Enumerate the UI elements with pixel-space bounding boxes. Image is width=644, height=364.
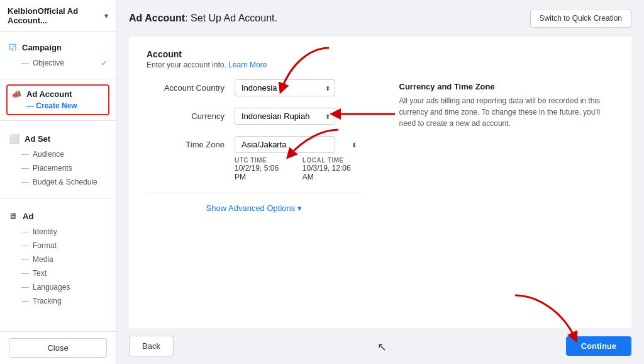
sidebar-section-campaign: ☑ Campaign — Objective ✓ — [0, 32, 116, 76]
sidebar-divider-1 — [0, 79, 116, 79]
right-panel-title: Currency and Time Zone — [399, 82, 614, 91]
sidebar-sub-create-new[interactable]: — Create New — [11, 100, 104, 111]
sidebar-sub-format[interactable]: — Format — [0, 239, 116, 253]
sidebar-sub-objective[interactable]: — Objective ✓ — [0, 56, 116, 70]
sidebar-divider-3 — [0, 198, 116, 198]
sidebar-footer: Close — [0, 331, 116, 364]
currency-select[interactable]: Indonesian Rupiah — [235, 108, 335, 125]
dash-icon: — — [21, 269, 29, 278]
sub-label: Format — [33, 241, 57, 250]
sidebar-sub-placements[interactable]: — Placements — [0, 161, 116, 175]
sidebar-section-adset: ⬜ Ad Set — Audience — Placements — Budge… — [0, 123, 116, 195]
sub-label: Media — [33, 255, 53, 264]
back-button[interactable]: Back — [129, 336, 174, 356]
sidebar-sub-audience[interactable]: — Audience — [0, 147, 116, 161]
utc-value: 10/2/19, 5:06 PM — [235, 164, 290, 181]
ad-account-main-row[interactable]: 📣 Ad Account — [11, 88, 104, 100]
currency-select-wrap: Indonesian Rupiah — [235, 108, 335, 125]
country-row: Account Country Indonesia — [147, 79, 362, 96]
sidebar-item-label-ad-account: Ad Account — [26, 89, 72, 99]
check-sub-icon: ✓ — [101, 59, 107, 67]
timezone-select[interactable]: Asia/Jakarta — [235, 136, 335, 153]
local-value: 10/3/19, 12:06 AM — [303, 164, 362, 181]
sidebar-divider-2 — [0, 120, 116, 121]
sub-label: Tracking — [33, 297, 62, 305]
sub-label: Placements — [33, 164, 72, 173]
main-content: Ad Account: Set Up Ad Account. Switch to… — [116, 0, 644, 364]
show-advanced-label: Show Advanced Options — [206, 203, 296, 213]
check-icon: ☑ — [9, 42, 17, 52]
dash-icon: — — [21, 297, 29, 305]
country-control: Indonesia — [235, 79, 335, 96]
arrow-continue — [512, 292, 581, 343]
dash-icon: — — [21, 241, 29, 250]
sidebar-item-ad[interactable]: 🖥 Ad — [0, 207, 116, 225]
dash-icon: — — [21, 150, 29, 159]
chevron-down-icon: ▾ — [104, 12, 108, 20]
create-new-label: Create New — [36, 101, 77, 110]
sidebar-sub-identity[interactable]: — Identity — [0, 225, 116, 239]
section-title: Account — [147, 49, 614, 59]
sub-label: Objective — [33, 59, 64, 67]
dash-icon: — — [21, 178, 29, 186]
sub-label: Languages — [33, 283, 70, 292]
sidebar-sub-languages[interactable]: — Languages — [0, 280, 116, 294]
dash-icon: — — [21, 283, 29, 292]
main-card: Account Enter your account info. Learn M… — [129, 37, 631, 328]
adset-icon: ⬜ — [9, 134, 19, 144]
utc-label: UTC TIME — [235, 157, 290, 164]
sidebar-sub-text[interactable]: — Text — [0, 266, 116, 280]
dash-icon: — — [21, 164, 29, 173]
utc-time-block: UTC TIME 10/2/19, 5:06 PM — [235, 157, 290, 181]
form-content-area: Account Country Indonesia — [147, 79, 614, 213]
close-button[interactable]: Close — [9, 338, 107, 358]
sub-label: Identity — [33, 227, 57, 236]
right-info-panel: Currency and Time Zone All your ads bill… — [399, 79, 614, 213]
sidebar-item-label-adset: Ad Set — [25, 134, 50, 144]
sidebar-section-ad: 🖥 Ad — Identity — Format — Media — Text … — [0, 201, 116, 314]
account-selector[interactable]: KelbionOfficial Ad Account... ▾ — [0, 0, 116, 32]
currency-row: Currency Indonesian Rupiah — [147, 108, 362, 125]
dash-icon: — — [21, 255, 29, 264]
main-header: Ad Account: Set Up Ad Account. Switch to… — [116, 0, 644, 37]
sidebar-item-campaign[interactable]: ☑ Campaign — [0, 38, 116, 56]
timezone-select-wrap: Asia/Jakarta — [235, 136, 362, 153]
country-label: Account Country — [147, 79, 235, 93]
right-panel-text: All your ads billing and reporting data … — [399, 95, 614, 129]
ad-icon: 🖥 — [9, 211, 18, 221]
sidebar: KelbionOfficial Ad Account... ▾ ☑ Campai… — [0, 0, 116, 364]
chevron-down-icon: ▾ — [297, 203, 302, 213]
dash-icon: — — [21, 59, 29, 67]
sidebar-item-label-ad: Ad — [23, 212, 33, 221]
sidebar-item-ad-account-box: 📣 Ad Account — Create New — [6, 84, 109, 115]
country-select[interactable]: Indonesia — [235, 79, 335, 96]
switch-creation-button[interactable]: Switch to Quick Creation — [530, 9, 631, 28]
title-suffix: : Set Up Ad Account. — [185, 13, 277, 23]
show-advanced-section: Show Advanced Options ▾ — [147, 193, 362, 213]
sidebar-item-adset[interactable]: ⬜ Ad Set — [0, 130, 116, 147]
sub-label: Text — [33, 269, 47, 278]
section-subtitle: Enter your account info. Learn More — [147, 60, 614, 69]
section-sub-text: Enter your account info. — [147, 60, 226, 69]
time-display-row: UTC TIME 10/2/19, 5:06 PM LOCAL TIME 10/… — [235, 157, 362, 181]
timezone-control: Asia/Jakarta UTC TIME 10/2/19, 5:06 PM L… — [235, 136, 362, 181]
country-select-wrap: Indonesia — [235, 79, 335, 96]
dash-icon-2: — — [26, 101, 36, 110]
learn-more-link[interactable]: Learn More — [228, 60, 267, 69]
local-time-block: LOCAL TIME 10/3/19, 12:06 AM — [303, 157, 362, 181]
sidebar-item-label: Campaign — [22, 43, 62, 52]
sub-label: Audience — [33, 150, 64, 159]
continue-wrap: Continue — [566, 336, 631, 356]
megaphone-icon: 📣 — [11, 89, 21, 99]
page-title: Ad Account: Set Up Ad Account. — [129, 13, 277, 24]
sidebar-sub-media[interactable]: — Media — [0, 253, 116, 266]
sub-label: Budget & Schedule — [33, 178, 97, 186]
account-name: KelbionOfficial Ad Account... — [8, 6, 101, 25]
sidebar-sub-budget[interactable]: — Budget & Schedule — [0, 175, 116, 189]
dash-icon: — — [21, 227, 29, 236]
currency-label: Currency — [147, 108, 235, 121]
show-advanced-link[interactable]: Show Advanced Options ▾ — [206, 203, 302, 213]
title-prefix: Ad Account — [129, 13, 185, 23]
sidebar-sub-tracking[interactable]: — Tracking — [0, 294, 116, 308]
local-label: LOCAL TIME — [303, 157, 362, 164]
